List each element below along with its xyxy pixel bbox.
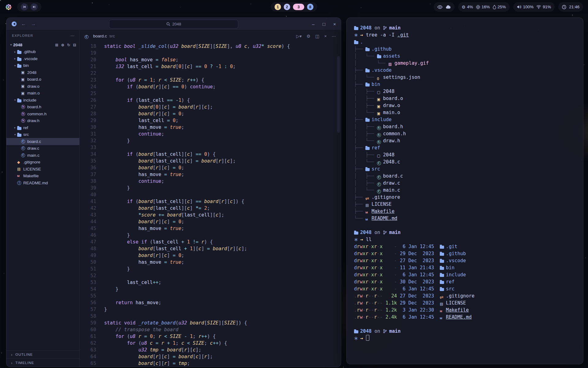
tree-entry-name: . <box>360 39 363 45</box>
explorer-item-board.c[interactable]: Cboard.c <box>6 138 79 145</box>
explorer-item-bin[interactable]: ▾bin <box>6 62 79 69</box>
code-line: return has_move; <box>104 299 290 306</box>
panel-timeline[interactable]: ›TIMELINE <box>6 358 79 367</box>
media-next-button[interactable] <box>31 3 38 10</box>
explorer-item-common.h[interactable]: hcommon.h <box>6 110 79 117</box>
terminal-cursor[interactable] <box>366 335 369 341</box>
chevron-open-icon[interactable]: ▾ <box>13 64 17 67</box>
close-editor-icon[interactable]: × <box>324 34 327 39</box>
search-value: 2048 <box>172 22 181 26</box>
tree-entry-name: bin <box>371 82 380 87</box>
explorer-item-2048[interactable]: ▣2048 <box>6 69 79 76</box>
folder-icon <box>365 145 371 150</box>
maximize-button[interactable]: □ <box>322 21 325 27</box>
new-file-icon[interactable]: ⊞ <box>55 43 58 47</box>
explorer-item-label: ref <box>23 125 28 130</box>
file-list-name: .git <box>446 244 457 249</box>
tree-entry-name: draw.h <box>383 138 400 144</box>
collapse-folders-icon[interactable]: ⊟ <box>73 43 76 47</box>
code-line: board[r][c] = 0; <box>104 164 290 171</box>
workspace-8[interactable]: 8 <box>307 4 314 10</box>
explorer-title: EXPLORER <box>12 34 33 37</box>
navigate-forward-button[interactable]: → <box>30 21 36 27</box>
explorer-item-include[interactable]: ▾include <box>6 97 79 104</box>
explorer-item-ref[interactable]: ▸ref <box>6 124 79 131</box>
explorer-item-board.h[interactable]: hboard.h <box>6 104 79 111</box>
file-list-name: src <box>446 286 454 292</box>
explorer-item-main.c[interactable]: Cmain.c <box>6 152 79 159</box>
tree-row: │ └── assets <box>354 53 576 60</box>
settings-icon[interactable]: ⚙ <box>307 34 311 39</box>
split-editor-icon[interactable]: ◫ <box>315 34 319 39</box>
explorer-item-label: board.c <box>27 139 41 144</box>
explorer-item-.gitignore[interactable]: ◆.gitignore <box>6 159 79 166</box>
explorer-item-main.o[interactable]: ▣main.o <box>6 90 79 97</box>
permissions: drwxr-xr-x <box>354 244 383 249</box>
tree-row: │ ├── ▣board.o <box>354 95 576 102</box>
code-line: board[r][c] = 0; <box>104 218 290 225</box>
explorer-item-draw.h[interactable]: hdraw.h <box>6 117 79 125</box>
code-line: board[r][c] = board[c][r]; <box>104 353 290 360</box>
explorer-item-2048[interactable]: ▾2048⊞⊕↻⊟ <box>6 41 79 48</box>
file-list-row: drwxr-xr-x - 29 Dec 2023 .github <box>354 250 576 257</box>
weather-widget[interactable] <box>434 2 454 12</box>
run-file-icon[interactable]: ▷▾ <box>296 34 302 39</box>
clock-widget[interactable]: 21:46 <box>558 2 583 12</box>
code-line: } <box>104 232 290 239</box>
tab-board-c[interactable]: C board.c src <box>85 33 115 39</box>
workspace-3[interactable]: 3 <box>293 4 304 10</box>
explorer-item-makefile[interactable]: MMakefile <box>6 173 79 180</box>
c-file-icon: C <box>85 33 91 39</box>
new-folder-icon[interactable]: ⊕ <box>61 43 64 47</box>
explorer-item-draw.c[interactable]: Cdraw.c <box>6 145 79 152</box>
tree-row: └── MREADME.md <box>354 215 576 222</box>
panel-outline[interactable]: ›OUTLINE <box>6 350 79 358</box>
command-center-search[interactable]: 2048 <box>109 20 238 29</box>
search-icon <box>166 22 170 26</box>
folder-icon <box>17 98 23 102</box>
close-button[interactable]: × <box>333 21 336 27</box>
media-previous-button[interactable] <box>21 3 28 10</box>
code-line <box>104 272 290 279</box>
tree-row: ├── src <box>354 166 576 173</box>
chevron-open-icon[interactable]: ▾ <box>13 98 17 102</box>
more-actions-icon[interactable]: ⋯ <box>332 34 336 39</box>
explorer-item-src[interactable]: ▾src <box>6 131 79 138</box>
explorer-item-label: Makefile <box>23 174 39 178</box>
explorer-item-.github[interactable]: ▸.github <box>6 48 79 56</box>
explorer-more-icon[interactable]: ⋯ <box>70 33 75 38</box>
chevron-closed-icon[interactable]: ▸ <box>13 50 17 53</box>
explorer-item-draw.o[interactable]: ▣draw.o <box>6 83 79 90</box>
folder-icon <box>17 63 23 68</box>
chevron-closed-icon[interactable]: ▸ <box>13 126 17 129</box>
chevron-open-icon[interactable]: ▾ <box>13 133 17 136</box>
media-next-icon <box>32 5 36 9</box>
explorer-item-.vscode[interactable]: ▸.vscode <box>6 55 79 62</box>
tab-file-label: board.c <box>93 34 107 38</box>
explorer-item-license[interactable]: ▤LICENSE <box>6 166 79 173</box>
chevron-open-icon[interactable]: ▾ <box>9 43 13 46</box>
workspace-2[interactable]: 2 <box>284 4 290 10</box>
refresh-explorer-icon[interactable]: ↻ <box>67 43 70 47</box>
item-icon-slot <box>17 132 23 137</box>
explorer-item-label: 2048 <box>13 43 22 47</box>
wifi-stat[interactable]: 91% <box>536 5 551 9</box>
volume-stat[interactable]: 100% <box>517 5 534 9</box>
explorer-item-readme.md[interactable]: iREADME.md <box>6 179 79 186</box>
launcher-logo-icon[interactable] <box>5 3 12 11</box>
workspace-1[interactable]: 1 <box>275 4 281 10</box>
tree-row: │ ├── ▣draw.o <box>354 102 576 109</box>
navigate-back-button[interactable]: ← <box>21 21 27 27</box>
minimize-button[interactable]: – <box>312 21 315 27</box>
explorer-item-board.o[interactable]: ▣board.o <box>6 76 79 83</box>
permissions: drwxr-xr-x <box>354 258 383 263</box>
terminal-window[interactable]: 2048 on main→ tree -a -I .git.├── .githu… <box>346 17 583 364</box>
code-editor[interactable]: 1819202122232425262728293031323334353637… <box>80 42 341 367</box>
editor-scrollbar[interactable] <box>337 56 340 133</box>
code-line: u32 tmp = board[r][c]; <box>104 347 290 353</box>
tab-dir-label: src <box>109 34 115 38</box>
chevron-closed-icon[interactable]: ▸ <box>13 57 17 60</box>
system-stats: ⚙ 4% 16% 25% <box>458 2 510 12</box>
clock-value: 21:46 <box>569 5 579 9</box>
tab-actions: ▷▾⚙◫×⋯ <box>296 34 336 39</box>
